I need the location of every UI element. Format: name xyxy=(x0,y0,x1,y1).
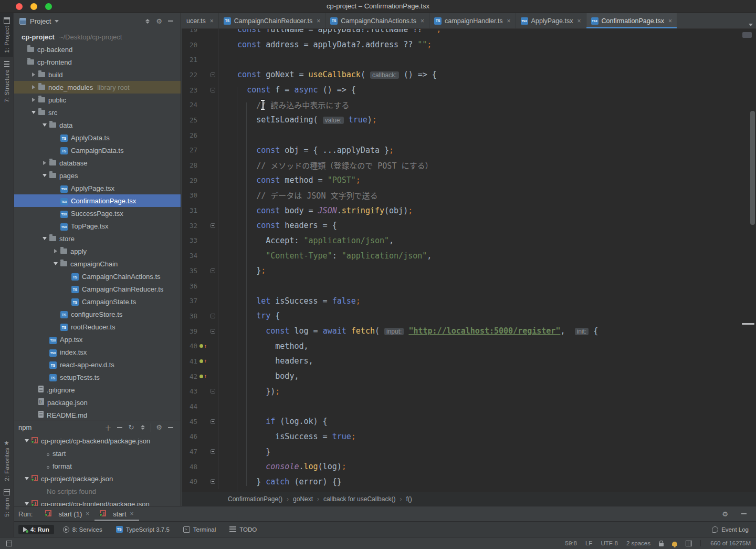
editor-area[interactable]: ucer.ts×TSCampaignChainReducer.ts×TSCamp… xyxy=(182,13,756,506)
chevron-down-icon[interactable] xyxy=(39,174,49,177)
npm-tree-row[interactable]: format xyxy=(14,460,181,472)
chevron-down-icon[interactable] xyxy=(22,477,32,480)
tree-row[interactable]: TSXApplyPage.tsx xyxy=(14,182,181,194)
chevron-down-icon[interactable] xyxy=(28,111,38,114)
editor-tab[interactable]: TSCampaignChainReducer.ts× xyxy=(219,13,326,28)
close-icon[interactable]: × xyxy=(210,17,214,25)
chevron-right-icon[interactable] xyxy=(39,161,49,165)
close-icon[interactable]: × xyxy=(317,17,320,25)
sidebar-tool-5-npm[interactable]: 5: npm xyxy=(0,485,13,521)
inspections-widget[interactable] xyxy=(742,32,752,38)
tree-row[interactable]: src xyxy=(14,106,181,119)
tree-row[interactable]: TSXApp.tsx xyxy=(14,333,181,346)
fold-marker-icon[interactable] xyxy=(208,218,218,233)
fold-marker-icon[interactable] xyxy=(208,384,218,399)
fold-marker-icon[interactable] xyxy=(208,444,218,459)
gear-icon[interactable]: ⚙ xyxy=(153,16,165,26)
npm-tree-row[interactable]: cp-project/cp-frontend/package.json xyxy=(14,498,181,506)
tree-row[interactable]: database xyxy=(14,157,181,169)
editor-tab[interactable]: TSXConfirmationPage.tsx× xyxy=(586,13,678,28)
refresh-icon[interactable]: ↻ xyxy=(125,422,137,433)
fold-marker-icon[interactable] xyxy=(208,82,218,98)
fold-marker-icon[interactable] xyxy=(208,67,218,82)
tree-row[interactable]: TSreact-app-env.d.ts xyxy=(14,358,181,371)
chevron-down-icon[interactable] xyxy=(22,439,32,442)
chevron-down-icon[interactable] xyxy=(22,502,32,505)
tree-row[interactable]: .gitignore xyxy=(14,384,181,396)
chevron-down-icon[interactable] xyxy=(50,262,60,265)
tree-row[interactable]: node_moduleslibrary root xyxy=(14,81,181,94)
chevron-down-icon[interactable] xyxy=(39,123,49,127)
npm-tree-row[interactable]: No scripts found xyxy=(14,485,181,498)
tree-row[interactable]: cp-backend xyxy=(14,43,181,56)
close-icon[interactable]: × xyxy=(421,17,424,25)
tool-window-switcher-icon[interactable] xyxy=(6,541,12,546)
tool-button-8-services[interactable]: 8: Services xyxy=(58,525,107,534)
editor-tab[interactable]: TSXApplyPage.tsx× xyxy=(516,13,586,28)
sidebar-tool-2-favorites[interactable]: ★2: Favorites xyxy=(0,436,13,485)
tree-row[interactable]: TSXConfirmationPage.tsx xyxy=(14,194,181,207)
tree-row[interactable]: TSCampaignChainReducer.ts xyxy=(14,283,181,295)
fold-marker-icon[interactable] xyxy=(208,263,218,278)
sidebar-tool-7-structure[interactable]: 7: Structure xyxy=(0,57,13,107)
sidebar-tool-1-project[interactable]: 1: Project xyxy=(0,13,13,57)
chevron-right-icon[interactable] xyxy=(28,85,38,89)
breadcrumb-item[interactable]: goNext xyxy=(293,495,313,503)
tree-row[interactable]: TSrootReducer.ts xyxy=(14,320,181,333)
hide-panel-icon[interactable] xyxy=(165,422,176,433)
tree-row[interactable]: TSXSuccessPage.tsx xyxy=(14,207,181,220)
notifications-bell-icon[interactable] xyxy=(672,542,677,546)
tree-row[interactable]: apply xyxy=(14,245,181,257)
tree-row[interactable]: TSsetupTests.ts xyxy=(14,371,181,384)
tree-row[interactable]: cp-project~/Desktop/cp-project xyxy=(14,30,181,43)
line-ending[interactable]: LF xyxy=(585,540,592,546)
tree-row[interactable]: TSCampaignState.ts xyxy=(14,295,181,308)
gear-icon[interactable]: ⚙ xyxy=(719,509,731,519)
tree-row[interactable]: data xyxy=(14,119,181,131)
hidden-tabs-chevron-icon[interactable] xyxy=(745,19,753,28)
editor-tab[interactable]: TSCampaignChainActions.ts× xyxy=(326,13,429,28)
code-viewport[interactable]: 19 const fullName = applyData?.fullName … xyxy=(182,29,756,492)
breadcrumb-item[interactable]: callback for useCallback() xyxy=(323,495,395,503)
tree-row[interactable]: README.md xyxy=(14,409,181,420)
npm-tree-row[interactable]: cp-project/package.json xyxy=(14,472,181,485)
gear-icon[interactable]: ⚙ xyxy=(153,422,165,433)
collapse-all-icon[interactable] xyxy=(137,422,149,433)
column-mode-icon[interactable] xyxy=(686,541,692,546)
encoding[interactable]: UTF-8 xyxy=(601,540,618,546)
close-icon[interactable]: × xyxy=(668,17,672,25)
indent-setting[interactable]: 2 spaces xyxy=(626,540,650,546)
run-tab[interactable]: start (1)× xyxy=(40,506,94,521)
editor-tab[interactable]: TScampaignHandler.ts× xyxy=(429,13,516,28)
lock-icon[interactable] xyxy=(659,543,664,546)
remove-icon[interactable] xyxy=(114,422,125,433)
chevron-right-icon[interactable] xyxy=(28,98,38,102)
tree-row[interactable]: pages xyxy=(14,169,181,182)
tool-button-todo[interactable]: TODO xyxy=(225,525,261,534)
tree-row[interactable]: public xyxy=(14,94,181,106)
hide-panel-icon[interactable] xyxy=(165,16,176,26)
collapse-all-icon[interactable] xyxy=(142,16,153,26)
tree-row[interactable]: campaignChain xyxy=(14,257,181,270)
add-icon[interactable]: ＋ xyxy=(102,422,114,433)
close-icon[interactable]: × xyxy=(507,17,511,25)
fold-marker-icon[interactable] xyxy=(208,474,218,490)
npm-tree-row[interactable]: start xyxy=(14,447,181,460)
tool-button-terminal[interactable]: >Terminal xyxy=(178,525,220,534)
close-icon[interactable]: × xyxy=(130,510,134,517)
tree-row[interactable]: TSXTopPage.tsx xyxy=(14,220,181,232)
chevron-right-icon[interactable] xyxy=(28,72,38,77)
tree-row[interactable]: cp-frontend xyxy=(14,56,181,68)
run-tab[interactable]: start× xyxy=(94,506,139,521)
npm-tree-row[interactable]: cp-project/cp-backend/package.json xyxy=(14,434,181,447)
tree-row[interactable]: package.json xyxy=(14,396,181,409)
tree-row[interactable]: TSXindex.tsx xyxy=(14,346,181,358)
editor-tab[interactable]: ucer.ts× xyxy=(182,13,219,28)
chevron-down-icon[interactable] xyxy=(39,237,49,240)
tree-row[interactable]: TSCampaignChainActions.ts xyxy=(14,270,181,283)
fold-marker-icon[interactable] xyxy=(208,414,218,429)
project-panel-title[interactable]: Project xyxy=(30,17,51,25)
caret-position[interactable]: 59:8 xyxy=(565,540,577,546)
tree-row[interactable]: TSCampaignData.ts xyxy=(14,144,181,157)
breadcrumb-item[interactable]: f() xyxy=(406,495,412,503)
